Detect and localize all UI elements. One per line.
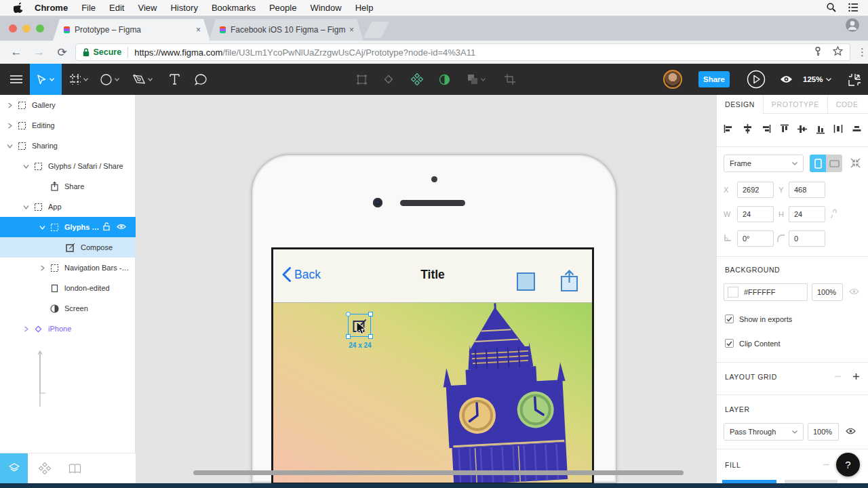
help-button[interactable]: ? [836,453,860,476]
tab-facebook-ios[interactable]: Facebook iOS 10 Figma – Figm × [209,19,363,41]
window-minimize-button[interactable] [22,24,31,33]
layer-row-app[interactable]: App [0,197,136,217]
frame-type-select[interactable]: Frame [724,155,804,172]
horizontal-scrollbar[interactable] [193,470,684,475]
main-menu-icon[interactable] [5,64,27,95]
new-tab-button[interactable] [363,22,390,38]
layers-panel-button[interactable] [0,453,28,483]
window-close-button[interactable] [9,24,17,33]
edit-object-icon[interactable] [351,64,372,95]
corner-radius-input[interactable]: 0 [789,230,825,247]
align-bottom-icon[interactable] [816,124,825,136]
selection-handle[interactable] [368,334,373,339]
canvas[interactable]: Back Title [136,95,719,483]
distribute-horizontal-icon[interactable] [833,124,843,135]
layer-row-glyphs-[interactable]: Glyphs … [0,217,136,237]
show-in-exports-checkbox[interactable] [725,314,734,323]
eye-icon[interactable] [117,223,126,231]
y-input[interactable]: 468 [789,182,825,198]
apple-logo-icon[interactable] [14,3,22,13]
menubar-item-history[interactable]: History [170,3,197,13]
navbar-square-glyph[interactable] [517,272,535,291]
orientation-landscape-button[interactable] [826,155,842,172]
zoom-to-fit-icon[interactable] [845,64,864,95]
shape-tool-button[interactable] [97,64,123,95]
width-input[interactable]: 24 [737,206,774,222]
bookmark-star-icon[interactable] [833,46,843,58]
align-top-icon[interactable] [780,124,789,136]
preview-eye-icon[interactable] [777,64,795,95]
tidy-up-icon[interactable] [852,124,862,135]
constrain-link-icon[interactable] [831,209,837,220]
layer-row-share[interactable]: Share [0,176,136,197]
background-visibility-eye-icon[interactable] [849,288,859,296]
menubar-item-people[interactable]: People [269,3,296,13]
window-zoom-button[interactable] [36,24,44,33]
layer-opacity-input[interactable]: 100% [808,423,839,441]
crop-icon[interactable] [500,64,520,95]
background-opacity-input[interactable]: 100% [812,283,843,301]
layer-row-iphone[interactable]: iPhone [0,319,136,339]
back-icon[interactable]: ← [9,45,23,59]
unlock-icon[interactable] [103,222,110,232]
layer-row-gallery[interactable]: Gallery [0,95,136,115]
selection-handle[interactable] [346,334,351,339]
use-as-mask-icon[interactable] [434,64,454,95]
browser-profile-icon[interactable] [845,18,860,35]
menubar-app-name[interactable]: Chrome [35,3,68,13]
menubar-item-file[interactable]: File [81,3,96,13]
components-panel-button[interactable] [31,453,58,483]
rotation-input[interactable]: 0° [737,230,774,247]
chevron-down-icon[interactable] [22,164,30,169]
align-h-center-icon[interactable] [743,124,753,135]
layer-row-glyphs-safari-share[interactable]: Glyphs / Safari / Share [0,156,136,176]
tab-code[interactable]: CODE [828,95,867,113]
text-tool-button[interactable] [164,64,184,95]
background-color-input[interactable]: #FFFFFF [724,283,808,301]
save-password-key-icon[interactable] [814,47,822,58]
tab-close-icon[interactable]: × [347,25,357,35]
chevron-down-icon[interactable] [38,225,46,230]
selection-handle[interactable] [346,312,351,317]
clip-content-checkbox[interactable] [725,339,734,348]
chevron-down-icon[interactable] [5,144,14,148]
layer-row-compose[interactable]: Compose [0,237,136,258]
selection-handle[interactable] [368,312,373,317]
chevron-right-icon[interactable] [5,102,14,108]
reload-icon[interactable]: ⟳ [56,45,69,60]
align-right-icon[interactable] [761,124,771,135]
menubar-item-window[interactable]: Window [310,3,341,13]
create-component-icon[interactable] [407,64,427,95]
tab-prototype[interactable]: Prototype – Figma × [53,19,210,41]
tab-design[interactable]: DESIGN [717,95,764,113]
orientation-portrait-button[interactable] [810,155,826,172]
layer-row-navigation-bars-[interactable]: Navigation Bars -… [0,258,136,278]
layer-row-london-edited[interactable]: london-edited [0,278,136,298]
blend-mode-select[interactable]: Pass Through [724,423,804,441]
move-tool-button[interactable] [30,64,62,95]
chevron-down-icon[interactable] [22,205,30,209]
user-avatar[interactable] [663,70,682,89]
layer-row-editing[interactable]: Editing [0,115,136,136]
align-left-icon[interactable] [724,124,734,135]
present-play-button[interactable] [746,64,766,95]
browser-menu-icon[interactable]: ⋮ [857,46,868,58]
chevron-right-icon[interactable] [22,326,30,332]
menubar-item-view[interactable]: View [138,3,157,13]
layer-row-screen[interactable]: Screen [0,298,136,319]
chevron-right-icon[interactable] [38,265,46,271]
library-book-icon[interactable] [61,453,89,483]
navbar-share-icon[interactable] [560,270,578,295]
chevron-right-icon[interactable] [5,123,14,129]
tab-prototype[interactable]: PROTOTYPE [764,95,828,113]
menubar-item-edit[interactable]: Edit [109,3,124,13]
zoom-control[interactable]: 125% [803,64,831,95]
url-field[interactable]: Secure https://www.figma.com/file/U3Lm1Y… [75,43,850,61]
layer-row-sharing[interactable]: Sharing [0,136,136,156]
align-v-center-icon[interactable] [797,124,807,136]
spotlight-search-icon[interactable] [827,3,836,14]
x-input[interactable]: 2692 [737,182,774,198]
fill-remove-icon[interactable] [823,461,830,470]
reset-instance-icon[interactable] [378,64,399,95]
phone-screen-frame[interactable]: Back Title [271,247,594,483]
